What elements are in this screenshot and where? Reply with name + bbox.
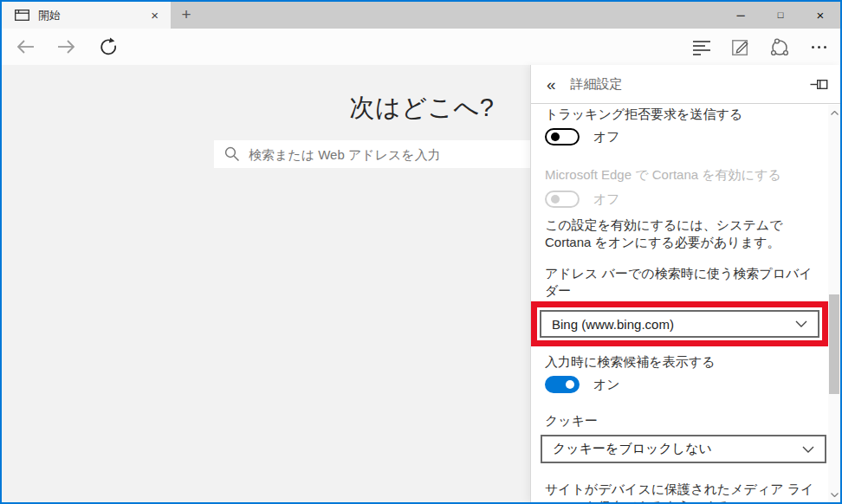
more-icon — [812, 46, 826, 48]
navigation-bar — [2, 29, 840, 65]
scrollbar-thumb[interactable] — [829, 294, 839, 394]
tab-title: 開始 — [38, 8, 146, 23]
cortana-toggle-row: オフ — [545, 191, 816, 208]
cortana-label: Microsoft Edge で Cortana を有効にする — [545, 166, 816, 184]
cookies-value: クッキーをブロックしない — [553, 441, 712, 457]
web-note-icon — [731, 37, 750, 56]
search-provider-dropdown[interactable]: Bing (www.bing.com) — [540, 310, 819, 338]
scroll-down-button[interactable] — [828, 488, 840, 501]
cookies-dropdown[interactable]: クッキーをブロックしない — [541, 435, 826, 463]
pin-icon — [810, 78, 828, 91]
annotation-highlight: Bing (www.bing.com) — [531, 301, 828, 346]
chevron-down-icon — [831, 493, 839, 497]
back-chevron-icon[interactable]: « — [547, 76, 556, 93]
forward-arrow-icon — [57, 38, 76, 55]
tab-bar: 開始 × + ─ □ × — [2, 2, 840, 29]
suggestions-toggle-state: オン — [593, 377, 620, 393]
refresh-button[interactable] — [95, 34, 121, 60]
scroll-up-button[interactable] — [828, 107, 840, 119]
browser-window: 開始 × + ─ □ × — [0, 0, 842, 504]
back-button[interactable] — [12, 34, 38, 60]
hub-icon — [691, 37, 712, 56]
search-provider-label: アドレス バーでの検索時に使う検索プロバイダー — [545, 265, 816, 300]
tracking-toggle[interactable] — [545, 128, 580, 145]
minimize-button[interactable]: ─ — [721, 2, 761, 29]
window-controls: ─ □ × — [721, 2, 840, 29]
refresh-icon — [99, 37, 118, 56]
back-arrow-icon — [16, 38, 35, 55]
share-button[interactable] — [767, 34, 793, 60]
settings-panel-title: 詳細設定 — [571, 76, 623, 93]
settings-panel-header: « 詳細設定 — [531, 65, 840, 104]
search-provider-value: Bing (www.bing.com) — [552, 317, 674, 332]
tab-close-icon[interactable]: × — [146, 2, 164, 29]
cortana-toggle — [545, 191, 580, 208]
media-license-label: サイトがデバイスに保護されたメディア ライセンスを保存できるようにする — [545, 481, 815, 502]
new-tab-button[interactable]: + — [171, 2, 202, 29]
settings-list: トラッキング拒否要求を送信する オフ Microsoft Edge で Cort… — [531, 104, 840, 502]
tracking-toggle-state: オフ — [593, 129, 620, 145]
cookies-label: クッキー — [545, 412, 816, 430]
cortana-note: この設定を有効にするには、システムで Cortana をオンにする必要があります… — [545, 216, 815, 251]
settings-panel: « 詳細設定 トラッキング拒否要求を送信する オフ Microsoft Edge — [530, 65, 840, 502]
start-page-icon — [15, 10, 29, 21]
tracking-toggle-row: オフ — [545, 128, 816, 145]
chevron-down-icon — [802, 446, 814, 453]
window-close-button[interactable]: × — [800, 2, 840, 29]
tracking-label: トラッキング拒否要求を送信する — [545, 106, 816, 123]
maximize-button[interactable]: □ — [761, 2, 800, 29]
share-icon — [769, 36, 790, 57]
page-content: 次はどこへ? « 詳細設定 — [2, 65, 840, 502]
cortana-toggle-state: オフ — [593, 191, 620, 208]
hub-button[interactable] — [689, 34, 715, 60]
suggestions-toggle-row: オン — [545, 376, 816, 393]
chevron-up-icon — [831, 111, 839, 115]
tab-start[interactable]: 開始 × — [2, 2, 171, 29]
more-button[interactable] — [806, 34, 832, 60]
suggestions-label: 入力時に検索候補を表示する — [545, 353, 816, 371]
web-note-button[interactable] — [728, 34, 754, 60]
pin-panel-button[interactable] — [810, 78, 828, 91]
forward-button[interactable] — [54, 34, 80, 60]
suggestions-toggle[interactable] — [545, 376, 580, 393]
chevron-down-icon — [795, 320, 807, 327]
search-icon — [224, 146, 240, 162]
panel-scrollbar[interactable] — [828, 105, 840, 502]
